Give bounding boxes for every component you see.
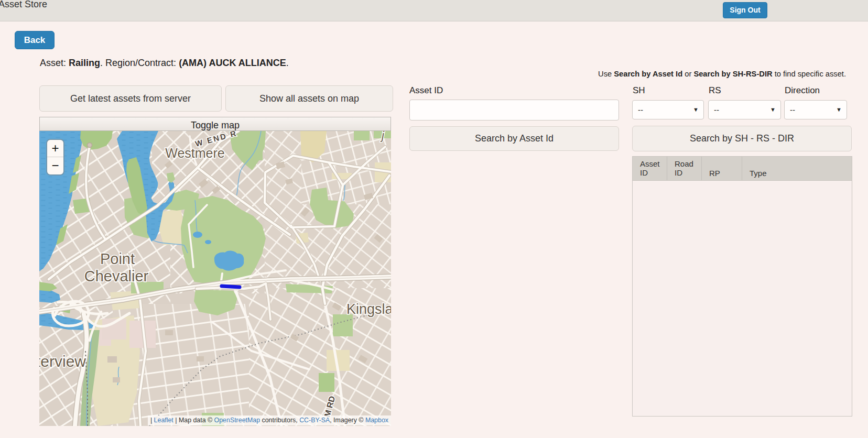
svg-text:Point: Point xyxy=(100,250,135,267)
svg-text:Chevalier: Chevalier xyxy=(84,268,149,284)
svg-text:Kingsla: Kingsla xyxy=(346,301,391,317)
svg-text:Westmere: Westmere xyxy=(165,146,224,160)
svg-text:terview: terview xyxy=(39,353,86,370)
